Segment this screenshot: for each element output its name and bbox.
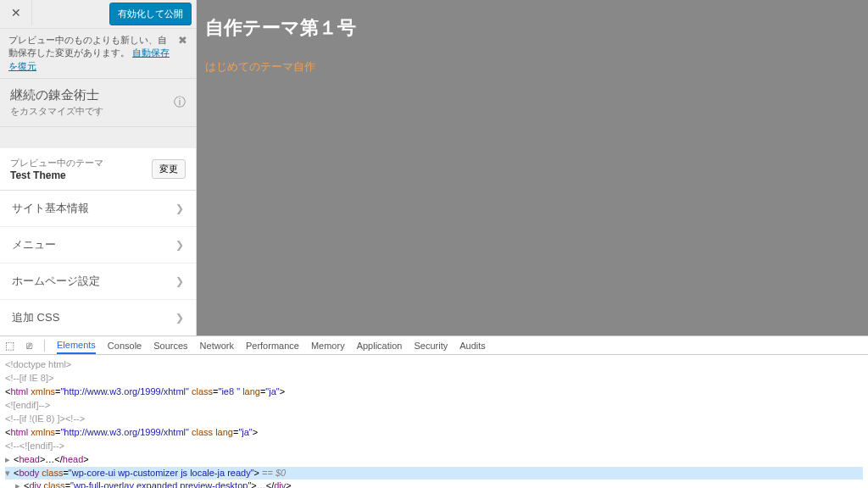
customizing-label: をカスタマイズ中です bbox=[10, 105, 174, 118]
chevron-right-icon: ❯ bbox=[175, 312, 184, 324]
tab-memory[interactable]: Memory bbox=[311, 338, 345, 353]
devtools-panel: ⬚ ⎚ Elements Console Sources Network Per… bbox=[0, 336, 868, 488]
sidebar-topbar: ✕ 有効化して公開 bbox=[0, 0, 196, 29]
device-toggle-icon[interactable]: ⎚ bbox=[26, 340, 32, 352]
change-theme-button[interactable]: 変更 bbox=[152, 159, 186, 179]
chevron-right-icon: ❯ bbox=[175, 202, 184, 214]
theme-preview: 自作テーマ第１号 はじめてのテーマ自作 bbox=[197, 0, 868, 336]
dom-line[interactable]: <!doctype html> bbox=[5, 359, 71, 369]
inspect-icon[interactable]: ⬚ bbox=[5, 340, 14, 352]
chevron-right-icon: ❯ bbox=[175, 275, 184, 287]
tab-elements[interactable]: Elements bbox=[57, 337, 96, 354]
tab-sources[interactable]: Sources bbox=[153, 338, 187, 353]
customizer-sidebar: ✕ 有効化して公開 プレビュー中のものよりも新しい、自動保存した変更があります。… bbox=[0, 0, 197, 336]
theme-row: プレビュー中のテーマ Test Theme 変更 bbox=[0, 148, 196, 191]
theme-label: プレビュー中のテーマ bbox=[10, 157, 152, 169]
elements-tree[interactable]: <!doctype html> <!--[if IE 8]> <html xml… bbox=[0, 355, 868, 488]
dom-line[interactable]: ▸<div class="wp-full-overlay expanded pr… bbox=[5, 480, 863, 488]
dom-line[interactable]: <![endif]--> bbox=[5, 400, 50, 410]
dismiss-notice-icon[interactable]: ✖ bbox=[178, 34, 187, 47]
section-label: サイト基本情報 bbox=[12, 201, 89, 216]
section-homepage[interactable]: ホームページ設定❯ bbox=[0, 263, 196, 300]
help-icon[interactable]: ⓘ bbox=[174, 95, 186, 110]
tab-audits[interactable]: Audits bbox=[459, 338, 486, 353]
site-title: 継続の錬金術士 bbox=[10, 87, 174, 103]
dom-line-selected[interactable]: ▾<body class="wp-core-ui wp-customizer j… bbox=[5, 467, 863, 480]
theme-name: Test Theme bbox=[10, 169, 152, 181]
devtools-tabs: ⬚ ⎚ Elements Console Sources Network Per… bbox=[0, 336, 868, 355]
section-css[interactable]: 追加 CSS❯ bbox=[0, 300, 196, 336]
autosave-notice: プレビュー中のものよりも新しい、自動保存した変更があります。 自動保存を復元 ✖ bbox=[0, 29, 196, 79]
dom-line[interactable]: <html xmlns="http://www.w3.org/1999/xhtm… bbox=[5, 385, 863, 399]
site-title-row: 継続の錬金術士 をカスタマイズ中です ⓘ bbox=[0, 79, 196, 127]
dom-line[interactable]: ▸<head>…</head> bbox=[5, 453, 863, 467]
section-label: ホームページ設定 bbox=[12, 274, 100, 289]
tab-network[interactable]: Network bbox=[200, 338, 234, 353]
tab-console[interactable]: Console bbox=[108, 338, 142, 353]
close-icon[interactable]: ✕ bbox=[0, 0, 32, 25]
dom-line[interactable]: <!--<![endif]--> bbox=[5, 441, 64, 451]
preview-heading: 自作テーマ第１号 bbox=[205, 15, 860, 41]
section-list: サイト基本情報❯ メニュー❯ ホームページ設定❯ 追加 CSS❯ bbox=[0, 191, 196, 336]
section-label: メニュー bbox=[12, 237, 56, 252]
dom-line[interactable]: <html xmlns="http://www.w3.org/1999/xhtm… bbox=[5, 426, 863, 440]
dom-line[interactable]: <!--[if IE 8]> bbox=[5, 373, 53, 383]
dom-line[interactable]: <!--[if !(IE 8) ]><!--> bbox=[5, 413, 85, 424]
publish-button[interactable]: 有効化して公開 bbox=[109, 3, 192, 25]
preview-tagline: はじめてのテーマ自作 bbox=[205, 59, 860, 75]
section-label: 追加 CSS bbox=[12, 310, 59, 325]
chevron-right-icon: ❯ bbox=[175, 239, 184, 251]
section-menu[interactable]: メニュー❯ bbox=[0, 227, 196, 263]
tab-performance[interactable]: Performance bbox=[246, 338, 299, 353]
tab-application[interactable]: Application bbox=[357, 338, 403, 353]
tab-security[interactable]: Security bbox=[414, 338, 448, 353]
section-site-info[interactable]: サイト基本情報❯ bbox=[0, 191, 196, 227]
